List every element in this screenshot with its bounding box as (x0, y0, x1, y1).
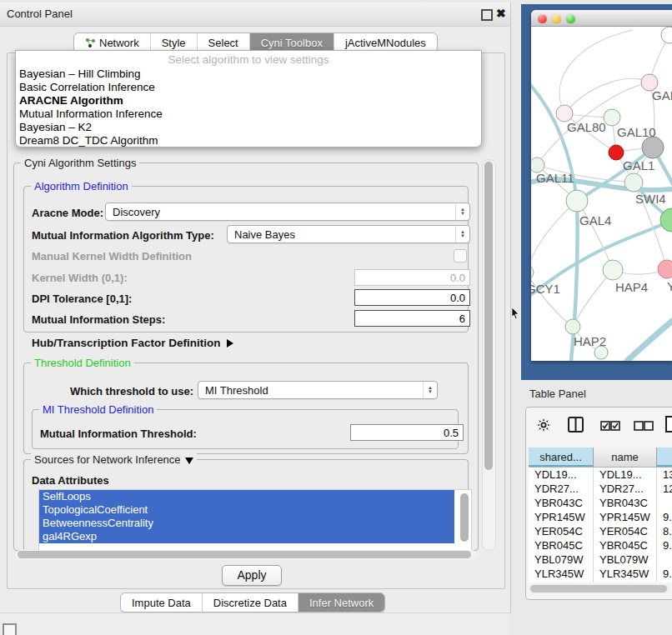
table-row[interactable]: YPR145WYPR145W9. (529, 510, 672, 524)
network-node-gal1[interactable] (609, 145, 624, 160)
table-hscroll-thumb[interactable] (530, 585, 667, 592)
close-panel-icon[interactable]: ✖ (496, 7, 506, 20)
column-header[interactable] (657, 448, 672, 467)
tab-cyni-toolbox[interactable]: Cyni Toolbox (250, 33, 334, 52)
network-node-gcy1[interactable] (531, 265, 534, 280)
column-header[interactable]: name (594, 448, 657, 467)
zoom-window-icon[interactable] (566, 14, 575, 23)
tab-jactivemnodules[interactable]: jActiveMNodules (334, 33, 437, 52)
table-row[interactable]: YBR043CYBR043C (529, 496, 672, 510)
network-node-swi4[interactable] (624, 173, 643, 192)
network-node-gal10[interactable] (604, 109, 620, 126)
algorithm-dropdown-list: Bayesian – Hill ClimbingBasic Correlatio… (16, 68, 481, 148)
dpi-tolerance-field[interactable]: 0.0 (354, 289, 470, 306)
tab-label: Discretize Data (213, 597, 287, 609)
network-node[interactable] (642, 137, 664, 158)
table-toolbar (526, 408, 672, 447)
algorithm-option[interactable]: Mutual Information Inference (16, 108, 481, 121)
table-panel-title: Table Panel (529, 388, 586, 400)
manual-kernel-checkbox[interactable] (454, 249, 467, 262)
hscroll-thumb[interactable] (18, 551, 471, 558)
new-table-icon[interactable] (664, 415, 672, 437)
deselect-all-checkboxes-icon[interactable] (634, 419, 654, 434)
node-label: GAL (652, 88, 672, 102)
aracne-mode-combobox[interactable]: Discovery ▲▼ (105, 202, 470, 221)
table-row[interactable]: YBR045CYBR045C9. (529, 538, 672, 552)
mi-threshold-definition-title: MI Threshold Definition (39, 403, 157, 416)
table-cell: YLR345W (594, 567, 657, 581)
settings-vertical-scrollbar[interactable] (482, 159, 496, 551)
table-row[interactable]: YIL052CYIL052C9 (529, 581, 672, 582)
panel-title: Control Panel (7, 8, 73, 20)
table-row[interactable]: YDL19...YDL19...13 (529, 468, 672, 482)
column-header[interactable]: shared... (529, 448, 594, 467)
algorithm-dropdown-popup: Select algorithm to view settings Bayesi… (15, 50, 482, 148)
table-row[interactable]: YBL079WYBL079W (529, 552, 672, 567)
tab-select[interactable]: Select (198, 33, 250, 52)
tab-network[interactable]: Network (74, 33, 151, 52)
network-view-panel[interactable]: GALGAL80GAL10GAL1GAL11SWI4GAL4GCY1HAP4YH… (521, 4, 672, 382)
close-window-icon[interactable] (538, 14, 547, 23)
which-threshold-combobox[interactable]: MI Threshold ▲▼ (198, 381, 438, 399)
table-cell: 9. (657, 538, 672, 552)
network-node-y[interactable] (658, 260, 672, 278)
node-label: GAL1 (623, 158, 654, 172)
mi-threshold-field[interactable]: 0.5 (350, 424, 464, 441)
table-cell: 9. (657, 567, 672, 581)
node-table[interactable]: shared...name YDL19...YDL19...13YDR27...… (529, 448, 672, 582)
table-horizontal-scrollbar[interactable] (529, 584, 670, 593)
network-node-gal4[interactable] (566, 190, 588, 212)
table-cell: 13 (657, 468, 672, 482)
split-columns-icon[interactable] (568, 417, 584, 436)
settings-horizontal-scrollbar[interactable] (15, 550, 477, 560)
minimize-window-icon[interactable] (552, 14, 561, 23)
list-vscroll-thumb[interactable] (460, 493, 469, 542)
sources-title[interactable]: Sources for Network Inference (31, 453, 197, 466)
group-title: Cyni Algorithm Settings (21, 157, 139, 169)
node-label: GCY1 (531, 282, 560, 296)
tab-discretize-data[interactable]: Discretize Data (203, 593, 298, 612)
node-label: SWI4 (635, 192, 666, 206)
node-label: Y (667, 279, 672, 293)
data-attribute-item[interactable]: BetweennessCentrality (39, 517, 454, 530)
node-label: GAL80 (567, 120, 606, 134)
node-label: GAL4 (579, 213, 611, 228)
network-node-gal80[interactable] (556, 105, 573, 122)
network-node-hap4[interactable] (603, 260, 623, 280)
hub-definition-toggle[interactable]: Hub/Transcription Factor Definition (32, 337, 233, 349)
mi-type-combobox[interactable]: Naive Bayes ▲▼ (227, 225, 470, 243)
data-attributes-list[interactable]: SelfLoopsTopologicalCoefficientBetweenne… (38, 489, 472, 551)
float-panel-icon[interactable] (481, 9, 493, 21)
tab-infer-network[interactable]: Infer Network (298, 593, 384, 612)
mi-steps-field[interactable]: 6 (354, 310, 470, 327)
table-row[interactable]: YDR27...YDR27...12 (529, 482, 672, 496)
apply-button[interactable]: Apply (222, 565, 282, 586)
algorithm-option[interactable]: Bayesian – K2 (16, 121, 481, 134)
combo-arrows-icon: ▲▼ (423, 382, 437, 398)
network-window-titlebar (531, 10, 672, 27)
select-all-checkboxes-icon[interactable] (600, 419, 620, 434)
table-cell: YIL052C (594, 581, 657, 582)
table-row[interactable]: YER054CYER054C8. (529, 524, 672, 538)
network-node-hap2[interactable] (565, 319, 580, 334)
data-attribute-item[interactable]: gal4RGexp (39, 530, 454, 543)
tab-style[interactable]: Style (151, 33, 198, 52)
data-attribute-item[interactable]: TopologicalCoefficient (39, 503, 454, 517)
collapsed-arrow-icon (227, 339, 233, 348)
tab-label: jActiveMNodules (345, 37, 426, 49)
kernel-width-field[interactable]: 0.0 (354, 269, 470, 286)
algorithm-option[interactable]: Basic Correlation Inference (16, 81, 481, 94)
algorithm-option[interactable]: ARACNE Algorithm (16, 94, 481, 108)
network-canvas[interactable]: GALGAL80GAL10GAL1GAL11SWI4GAL4GCY1HAP4YH… (531, 27, 672, 361)
tab-label: Impute Data (132, 597, 191, 609)
restore-panel-icon[interactable] (3, 623, 17, 635)
network-node[interactable] (661, 27, 672, 43)
tab-impute-data[interactable]: Impute Data (121, 593, 203, 612)
gear-icon[interactable] (536, 418, 551, 436)
vscroll-thumb[interactable] (484, 162, 493, 470)
algorithm-option[interactable]: Dream8 DC_TDC Algorithm (16, 134, 481, 148)
algorithm-option[interactable]: Bayesian – Hill Climbing (16, 68, 481, 81)
mi-threshold-label: Mutual Information Threshold: (40, 428, 197, 440)
table-row[interactable]: YLR345WYLR345W9. (529, 567, 672, 581)
data-attribute-item[interactable]: SelfLoops (39, 490, 454, 503)
